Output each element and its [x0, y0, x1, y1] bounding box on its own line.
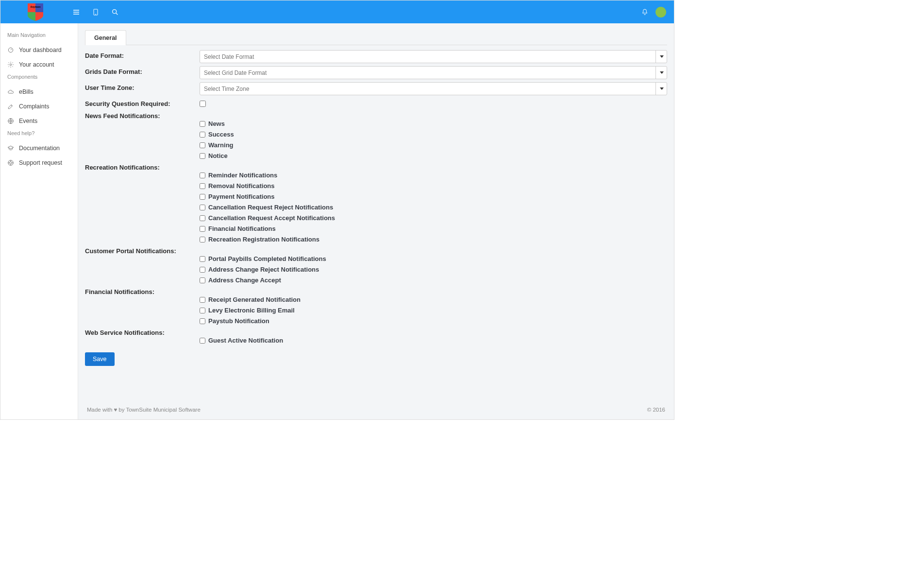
sidebar-item-documentation[interactable]: Documentation — [0, 141, 78, 156]
sidebar-item-account[interactable]: Your account — [0, 57, 78, 72]
date-format-input[interactable] — [200, 50, 667, 63]
notification-group-title: Web Service Notifications: — [85, 328, 200, 347]
grad-icon — [7, 145, 14, 152]
sidebar-item-complaints[interactable]: Complaints — [0, 99, 78, 114]
globe-icon — [7, 118, 14, 124]
notifications-icon[interactable] — [641, 8, 649, 16]
user-time-zone-dropdown[interactable] — [200, 82, 667, 95]
notification-checkbox-label: Reminder Notifications — [208, 172, 277, 179]
notification-checkbox-label: Recreation Registration Notifications — [208, 236, 319, 243]
notification-checkbox-label: Cancellation Request Reject Notification… — [208, 204, 333, 211]
heart-icon: ♥ — [114, 407, 117, 413]
svg-text:Anytown: Anytown — [30, 5, 40, 8]
notification-checkbox[interactable] — [200, 297, 205, 303]
svg-point-4 — [95, 14, 96, 14]
notification-checkbox[interactable] — [200, 121, 205, 127]
notification-group-title: News Feed Notifications: — [85, 111, 200, 163]
notification-checkbox-label: Address Change Accept — [208, 277, 281, 284]
topbar: Anytown — [0, 0, 674, 23]
notification-checkbox[interactable] — [200, 308, 205, 313]
notification-checkbox-label: Receipt Generated Notification — [208, 296, 301, 303]
notification-checkbox-label: Levy Electronic Billing Email — [208, 307, 295, 314]
checkbox-row: Address Change Reject Notifications — [200, 266, 667, 273]
sidebar-section-title: Need help? — [0, 128, 78, 141]
notification-checkbox-label: News — [208, 120, 225, 127]
menu-icon[interactable] — [72, 8, 80, 16]
notification-checkbox[interactable] — [200, 142, 205, 148]
notification-checkbox[interactable] — [200, 205, 205, 210]
sidebar-item-label: Documentation — [19, 145, 60, 152]
notification-checkbox-label: Address Change Reject Notifications — [208, 266, 319, 273]
life-icon — [7, 159, 14, 166]
sidebar-item-events[interactable]: Events — [0, 114, 78, 128]
grid-date-format-label: Grids Date Format: — [85, 66, 200, 75]
checkbox-row: Removal Notifications — [200, 182, 667, 190]
search-icon[interactable] — [111, 8, 119, 16]
notification-checkbox[interactable] — [200, 183, 205, 189]
checkbox-row: Warning — [200, 141, 667, 149]
notification-group-list: Portal Paybills Completed NotificationsA… — [200, 246, 667, 287]
checkbox-row: Address Change Accept — [200, 277, 667, 284]
notification-checkbox-label: Warning — [208, 141, 234, 149]
security-question-checkbox[interactable] — [200, 101, 206, 107]
checkbox-row: News — [200, 120, 667, 127]
save-button[interactable]: Save — [85, 352, 115, 366]
notification-checkbox[interactable] — [200, 173, 205, 178]
security-question-label: Security Question Required: — [85, 98, 200, 107]
svg-point-7 — [10, 64, 12, 66]
notification-checkbox[interactable] — [200, 132, 205, 138]
sidebar-item-label: Support request — [19, 159, 62, 166]
sidebar-item-label: Events — [19, 118, 37, 124]
sidebar-item-ebills[interactable]: eBills — [0, 85, 78, 99]
svg-point-10 — [10, 162, 12, 164]
notification-checkbox-label: Cancellation Request Accept Notification… — [208, 214, 335, 222]
main-content: General Date Format: Grids Date — [78, 23, 674, 419]
checkbox-row: Paystub Notification — [200, 317, 667, 325]
notification-checkbox[interactable] — [200, 237, 205, 242]
notification-checkbox[interactable] — [200, 215, 205, 221]
edit-icon — [7, 103, 14, 110]
sidebar-item-label: Your dashboard — [19, 47, 62, 53]
date-format-dropdown[interactable] — [200, 50, 667, 63]
notification-checkbox-label: Success — [208, 131, 234, 138]
notification-group-title: Customer Portal Notifications: — [85, 246, 200, 287]
user-time-zone-input[interactable] — [200, 82, 667, 95]
tab-general[interactable]: General — [85, 30, 126, 45]
chevron-down-icon[interactable] — [655, 50, 667, 63]
checkbox-row: Recreation Registration Notifications — [200, 236, 667, 243]
notification-checkbox[interactable] — [200, 226, 205, 232]
footer-prefix: Made with — [87, 407, 112, 413]
user-time-zone-label: User Time Zone: — [85, 82, 200, 91]
sidebar-item-dashboard[interactable]: Your dashboard — [0, 43, 78, 57]
gear-icon — [7, 61, 14, 68]
user-avatar[interactable] — [655, 7, 666, 17]
grid-date-format-dropdown[interactable] — [200, 66, 667, 79]
notification-checkbox[interactable] — [200, 153, 205, 159]
footer-suffix: by TownSuite Municipal Software — [118, 407, 201, 413]
notification-checkbox[interactable] — [200, 318, 205, 324]
notification-group-title: Recreation Notifications: — [85, 163, 200, 246]
tablet-icon[interactable] — [92, 8, 100, 16]
checkbox-row: Levy Electronic Billing Email — [200, 307, 667, 314]
gauge-icon — [7, 47, 14, 53]
cloud-icon — [7, 88, 14, 95]
footer-copyright: © 2016 — [647, 407, 665, 413]
notification-group-title: Financial Notifications: — [85, 287, 200, 328]
notification-checkbox[interactable] — [200, 256, 205, 262]
notification-checkbox-label: Financial Notifications — [208, 225, 276, 232]
notification-checkbox-label: Paystub Notification — [208, 317, 269, 325]
notification-checkbox-label: Notice — [208, 152, 228, 159]
notification-checkbox[interactable] — [200, 277, 205, 283]
sidebar-item-label: eBills — [19, 88, 34, 95]
sidebar-item-support[interactable]: Support request — [0, 156, 78, 170]
notification-checkbox-label: Payment Notifications — [208, 193, 275, 200]
tabs: General — [85, 30, 667, 45]
notification-checkbox[interactable] — [200, 338, 205, 344]
notification-checkbox[interactable] — [200, 267, 205, 273]
chevron-down-icon[interactable] — [655, 82, 667, 95]
notification-checkbox[interactable] — [200, 194, 205, 200]
grid-date-format-input[interactable] — [200, 66, 667, 79]
app-logo-shield: Anytown — [28, 3, 43, 21]
chevron-down-icon[interactable] — [655, 66, 667, 79]
sidebar-item-label: Your account — [19, 61, 54, 68]
